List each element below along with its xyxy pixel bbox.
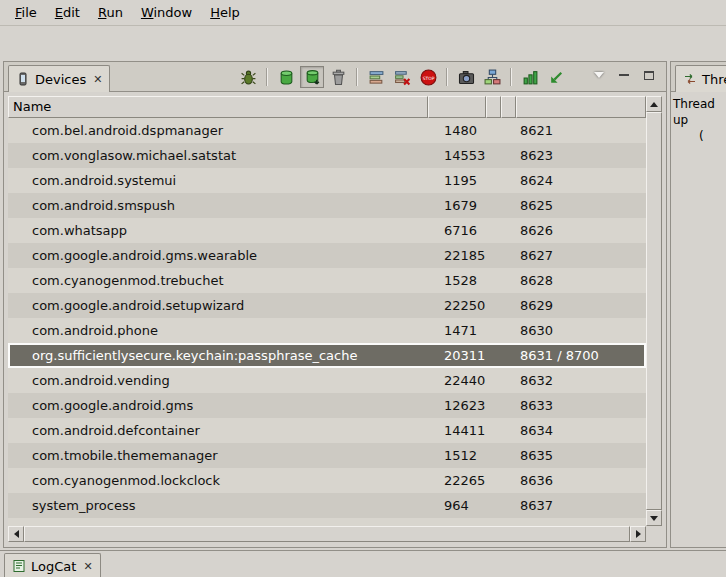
tab-threads[interactable]: Threads [675, 65, 726, 92]
devices-toolbar: STOP [236, 65, 568, 89]
process-name: com.cyanogenmod.trebuchet [8, 273, 428, 288]
scroll-left-icon[interactable] [8, 526, 24, 542]
table-header: Name [8, 96, 646, 118]
start-opengl-trace-icon[interactable] [544, 66, 568, 88]
horizontal-scrollbar[interactable] [8, 526, 646, 542]
maximize-icon[interactable] [640, 67, 658, 83]
process-name: system_process [8, 498, 428, 513]
logcat-icon [12, 559, 26, 573]
table-row[interactable]: com.google.android.gms126238633 [8, 393, 646, 418]
menu-run[interactable]: Run [89, 2, 132, 23]
table-row[interactable]: com.android.systemui11958624 [8, 168, 646, 193]
process-name: com.google.android.gms [8, 398, 428, 413]
toolbar-separator [266, 68, 268, 86]
tab-devices[interactable]: Devices ✕ [8, 65, 110, 92]
threads-panel: Threads Thread up ( [670, 61, 726, 548]
scrollbar-track[interactable] [646, 112, 662, 510]
tab-logcat-label: LogCat [31, 559, 76, 574]
screen-capture-icon[interactable] [454, 66, 478, 88]
table-row[interactable]: com.cyanogenmod.lockclock222658636 [8, 468, 646, 493]
main-toolbar [0, 26, 726, 59]
table-row[interactable]: com.cyanogenmod.trebuchet15288628 [8, 268, 646, 293]
scroll-right-icon[interactable] [630, 526, 646, 542]
process-pid: 20311 [428, 348, 486, 363]
scroll-down-icon[interactable] [646, 510, 662, 526]
process-pid: 22265 [428, 473, 486, 488]
column-header-name[interactable]: Name [8, 96, 428, 118]
table-row[interactable]: com.android.smspush16798625 [8, 193, 646, 218]
process-port: 8632 [516, 373, 646, 388]
process-name: com.vonglasow.michael.satstat [8, 148, 428, 163]
main-region: Devices ✕ [0, 60, 726, 550]
table-row[interactable]: org.sufficientlysecure.keychain:passphra… [8, 343, 646, 368]
process-name: com.whatsapp [8, 223, 428, 238]
table-row[interactable]: com.android.defcontainer144118634 [8, 418, 646, 443]
process-name: com.android.systemui [8, 173, 428, 188]
device-table: Name com.bel.android.dspmanager14808621c… [8, 96, 662, 542]
process-port: 8633 [516, 398, 646, 413]
process-pid: 1471 [428, 323, 486, 338]
process-pid: 22440 [428, 373, 486, 388]
process-name: com.android.smspush [8, 198, 428, 213]
table-row[interactable]: com.whatsapp67168626 [8, 218, 646, 243]
logcat-bar: LogCat ✕ [0, 550, 726, 577]
table-row[interactable]: com.android.vending224408632 [8, 368, 646, 393]
toolbar-separator [356, 68, 358, 86]
tab-threads-label: Threads [702, 72, 726, 87]
process-port: 8635 [516, 448, 646, 463]
column-header-blank1[interactable] [486, 96, 501, 118]
tab-logcat[interactable]: LogCat ✕ [4, 553, 101, 577]
table-row[interactable]: com.tmobile.thememanager15128635 [8, 443, 646, 468]
scrollbar-thumb[interactable] [24, 526, 630, 542]
scroll-up-icon[interactable] [646, 96, 662, 112]
debug-process-icon[interactable] [236, 66, 260, 88]
close-icon[interactable]: ✕ [91, 73, 102, 86]
table-row[interactable]: com.google.android.setupwizard222508629 [8, 293, 646, 318]
process-name: com.bel.android.dspmanager [8, 123, 428, 138]
table-row[interactable]: com.google.android.gms.wearable221858627 [8, 243, 646, 268]
process-port: 8629 [516, 298, 646, 313]
process-port: 8624 [516, 173, 646, 188]
process-port: 8623 [516, 148, 646, 163]
menu-edit[interactable]: Edit [46, 2, 89, 23]
dump-view-hierarchy-icon[interactable] [480, 66, 504, 88]
process-pid: 14553 [428, 148, 486, 163]
devices-panel: Devices ✕ [3, 61, 667, 548]
column-header-pid[interactable] [428, 96, 486, 118]
stop-process-icon[interactable]: STOP [416, 66, 440, 88]
process-name: com.android.phone [8, 323, 428, 338]
scrollbar-track[interactable] [24, 526, 630, 542]
menu-file[interactable]: File [6, 2, 46, 23]
panel-window-buttons [590, 67, 658, 83]
minimize-icon[interactable] [615, 67, 633, 83]
toolbar-separator [510, 68, 512, 86]
column-header-blank2[interactable] [501, 96, 516, 118]
process-port: 8628 [516, 273, 646, 288]
process-port: 8627 [516, 248, 646, 263]
start-method-profiling-icon[interactable] [390, 66, 414, 88]
menu-help[interactable]: Help [201, 2, 249, 23]
device-table-body: com.bel.android.dspmanager14808621com.vo… [8, 118, 646, 526]
process-port: 8634 [516, 423, 646, 438]
process-pid: 1679 [428, 198, 486, 213]
toolbar-separator [446, 68, 448, 86]
column-header-port[interactable] [516, 96, 646, 118]
close-icon[interactable]: ✕ [81, 560, 92, 573]
dump-hprof-icon[interactable] [300, 66, 324, 88]
process-name: com.tmobile.thememanager [8, 448, 428, 463]
capture-network-usage-icon[interactable] [518, 66, 542, 88]
table-row[interactable]: com.android.phone14718630 [8, 318, 646, 343]
view-menu-icon[interactable] [590, 67, 608, 83]
threads-message-line1: Thread up [673, 96, 724, 128]
menu-window[interactable]: Window [132, 2, 201, 23]
table-row[interactable]: system_process9648637 [8, 493, 646, 518]
cause-gc-icon[interactable] [326, 66, 350, 88]
tab-devices-label: Devices [35, 72, 86, 87]
process-pid: 6716 [428, 223, 486, 238]
update-threads-icon[interactable] [364, 66, 388, 88]
scrollbar-thumb[interactable] [646, 112, 662, 510]
update-heap-icon[interactable] [274, 66, 298, 88]
table-row[interactable]: com.vonglasow.michael.satstat145538623 [8, 143, 646, 168]
table-row[interactable]: com.bel.android.dspmanager14808621 [8, 118, 646, 143]
vertical-scrollbar[interactable] [646, 96, 662, 526]
